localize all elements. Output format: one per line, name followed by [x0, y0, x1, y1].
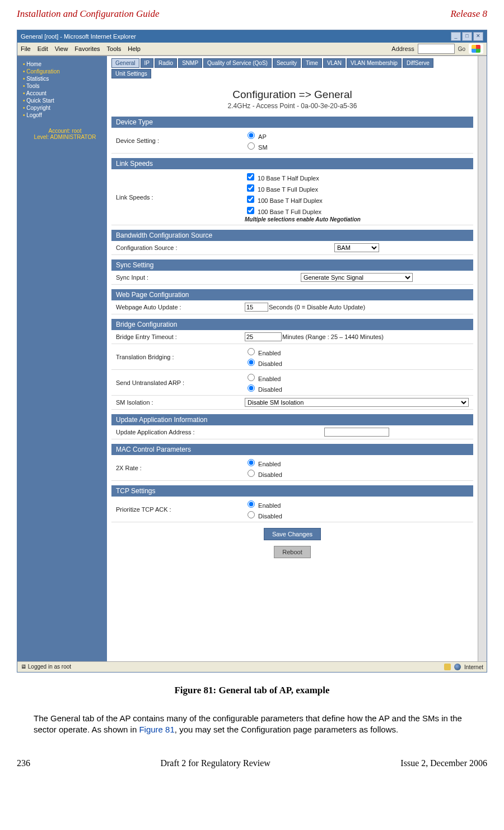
minimize-icon[interactable]: _	[451, 32, 461, 41]
section-mac: MAC Control Parameters	[111, 444, 473, 455]
main-panel: General IP Radio SNMP Quality of Service…	[107, 56, 478, 661]
config-source-select[interactable]: BAM	[334, 243, 379, 252]
tab-qos[interactable]: Quality of Service (QoS)	[203, 58, 272, 68]
status-left: Logged in as root	[28, 664, 71, 670]
device-setting-label: Device Setting :	[116, 137, 245, 144]
sidebar-item-configuration[interactable]: Configuration	[23, 68, 107, 75]
doc-header-left: Installation and Configuration Guide	[17, 8, 160, 20]
address-input[interactable]	[418, 44, 455, 54]
titlebar: General [root] - Microsoft Internet Expl…	[17, 30, 487, 43]
translation-bridging-label: Translation Bridging :	[116, 354, 245, 360]
2x-disabled-radio[interactable]	[248, 470, 255, 477]
scrollbar[interactable]	[478, 56, 487, 661]
tab-unit-settings[interactable]: Unit Settings	[111, 69, 151, 78]
trans-disabled-radio[interactable]	[248, 359, 255, 366]
doc-header-right: Release 8	[450, 8, 487, 20]
tab-general[interactable]: General	[111, 58, 139, 68]
sidebar-item-tools[interactable]: Tools	[23, 82, 107, 90]
windows-flag-icon	[469, 44, 483, 54]
lock-icon	[444, 664, 451, 670]
window-title: General [root] - Microsoft Internet Expl…	[21, 33, 136, 40]
menu-file[interactable]: File	[21, 45, 31, 52]
section-link-speeds: Link Speeds	[111, 158, 473, 169]
arp-enabled-radio[interactable]	[248, 374, 255, 381]
tab-radio[interactable]: Radio	[155, 58, 177, 68]
sync-input-select[interactable]: Generate Sync Signal	[301, 273, 413, 282]
config-source-label: Configuration Source :	[116, 244, 245, 251]
figure-caption: Figure 81: General tab of AP, example	[17, 685, 487, 696]
menu-favorites[interactable]: Favorites	[74, 45, 100, 52]
arp-disabled-radio[interactable]	[248, 384, 255, 392]
sidebar-item-statistics[interactable]: Statistics	[23, 75, 107, 82]
webpage-auto-update-suffix: Seconds (0 = Disable Auto Update)	[269, 304, 365, 310]
2x-rate-label: 2X Rate :	[116, 465, 245, 471]
menubar: File Edit View Favorites Tools Help Addr…	[17, 43, 487, 55]
page-number: 236	[17, 758, 30, 768]
sm-isolation-select[interactable]: Disable SM Isolation	[245, 398, 469, 407]
footer-right: Issue 2, December 2006	[400, 758, 487, 768]
section-device-type: Device Type	[111, 117, 473, 128]
webpage-auto-update-input[interactable]	[245, 303, 268, 312]
statusbar: 🖥 Logged in as root Internet	[17, 661, 487, 672]
2x-enabled-radio[interactable]	[248, 459, 255, 466]
section-sync: Sync Setting	[111, 259, 473, 271]
tcp-disabled-radio[interactable]	[248, 511, 255, 518]
sidebar-item-quickstart[interactable]: Quick Start	[23, 97, 107, 104]
sync-input-label: Sync Input :	[116, 274, 245, 281]
trans-enabled-radio[interactable]	[248, 348, 255, 355]
device-sm-radio[interactable]	[248, 142, 255, 150]
sidebar-item-logoff[interactable]: Logoff	[23, 112, 107, 119]
sidebar-item-home[interactable]: Home	[23, 61, 107, 68]
tab-time[interactable]: Time	[302, 58, 322, 68]
tab-diffserve[interactable]: DiffServe	[403, 58, 433, 68]
update-app-address-label: Update Application Address :	[116, 429, 245, 435]
bridge-entry-timeout-suffix: Minutes (Range : 25 – 1440 Minutes)	[282, 333, 384, 340]
body-paragraph: The General tab of the AP contains many …	[17, 713, 487, 736]
ls-10full-check[interactable]	[247, 184, 254, 192]
reboot-button[interactable]: Reboot	[274, 546, 310, 558]
ls-100half-check[interactable]	[247, 196, 254, 203]
page-subtitle: 2.4GHz - Access Point - 0a-00-3e-20-a5-3…	[111, 102, 473, 117]
figure-ref-link[interactable]: Figure 81	[139, 725, 174, 734]
tabs: General IP Radio SNMP Quality of Service…	[111, 58, 473, 78]
menu-tools[interactable]: Tools	[107, 45, 122, 52]
sidebar-item-account[interactable]: Account	[23, 90, 107, 97]
section-webpage: Web Page Configuration	[111, 289, 473, 300]
tab-snmp[interactable]: SNMP	[178, 58, 202, 68]
close-icon[interactable]: ✕	[473, 32, 483, 41]
bridge-entry-timeout-input[interactable]	[245, 332, 282, 341]
link-speeds-label: Link Speeds :	[116, 194, 245, 201]
link-speeds-note: Multiple selections enable Auto Negotiat…	[245, 216, 469, 222]
section-update-app: Update Application Information	[111, 414, 473, 425]
save-changes-button[interactable]: Save Changes	[264, 528, 321, 540]
sidebar-account-info: Account: root Level: ADMINISTRATOR	[23, 128, 107, 140]
webpage-auto-update-label: Webpage Auto Update :	[116, 304, 245, 310]
section-bw-config: Bandwidth Configuration Source	[111, 230, 473, 241]
bridge-entry-timeout-label: Bridge Entry Timeout :	[116, 333, 245, 340]
menu-view[interactable]: View	[55, 45, 68, 52]
ls-100full-check[interactable]	[247, 207, 254, 214]
browser-window: General [root] - Microsoft Internet Expl…	[17, 30, 487, 673]
menu-edit[interactable]: Edit	[38, 45, 48, 52]
globe-icon	[454, 664, 461, 670]
sm-isolation-label: SM Isolation :	[116, 399, 245, 406]
update-app-address-input[interactable]	[324, 428, 389, 437]
footer-center: Draft 2 for Regulatory Review	[160, 758, 270, 768]
menu-help[interactable]: Help	[128, 45, 141, 52]
send-untranslated-arp-label: Send Untranslated ARP :	[116, 379, 245, 386]
section-bridge: Bridge Configuration	[111, 319, 473, 330]
sidebar-item-copyright[interactable]: Copyright	[23, 104, 107, 112]
ls-10half-check[interactable]	[247, 173, 254, 180]
go-button[interactable]: Go	[458, 46, 465, 52]
tab-security[interactable]: Security	[273, 58, 301, 68]
maximize-icon[interactable]: □	[462, 32, 472, 41]
prioritize-tcp-ack-label: Prioritize TCP ACK :	[116, 506, 245, 513]
tab-vlan-membership[interactable]: VLAN Membership	[347, 58, 402, 68]
tab-vlan[interactable]: VLAN	[323, 58, 346, 68]
tcp-enabled-radio[interactable]	[248, 500, 255, 508]
tab-ip[interactable]: IP	[141, 58, 153, 68]
device-ap-radio[interactable]	[248, 132, 255, 139]
sidebar: Home Configuration Statistics Tools Acco…	[17, 56, 107, 661]
page-title: Configuration => General	[111, 84, 473, 102]
address-label: Address	[391, 45, 414, 52]
